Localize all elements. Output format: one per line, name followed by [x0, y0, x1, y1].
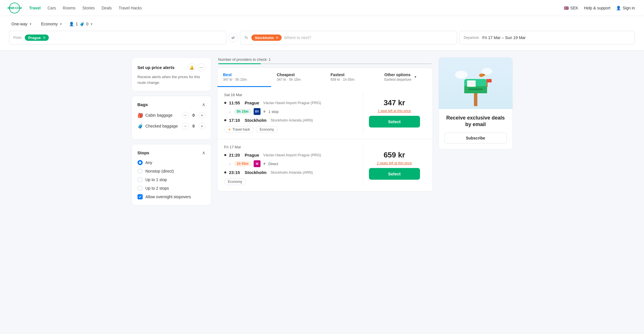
stops-option-2stops[interactable]: Up to 2 stops [138, 186, 205, 191]
bags-filter-title: Bags [138, 102, 148, 107]
flight-card: Sat 18 Mar 11:55 Prague Václav Havel Air… [217, 87, 433, 139]
checked-baggage-value: 0 [192, 124, 196, 128]
nav-items: Travel Cars Rooms Stories Deals Travel H… [29, 6, 142, 10]
help-support-link[interactable]: Help & support [584, 6, 611, 10]
price-seats[interactable]: 2 seats left at this price [377, 161, 412, 165]
providers-progress-fill [218, 63, 261, 64]
arrow-down-icon: ↓ [229, 109, 231, 114]
bags-filter-header[interactable]: Bags ∧ [138, 102, 205, 107]
sign-in-button[interactable]: 👤 Sign in [616, 6, 635, 10]
depart-segment: 11:55 Prague Václav Havel Airport Prague… [224, 100, 363, 105]
tab-best[interactable]: Best 347 kr · 5h 15m [217, 68, 271, 87]
arrive-city: Stockholm [245, 118, 267, 123]
flight-date: Sat 18 Mar [224, 93, 363, 97]
logo[interactable]: KIWI·COM [9, 3, 20, 13]
svg-rect-5 [469, 88, 483, 90]
price-alert-title: Set up price alerts [138, 65, 175, 70]
nav-item-stories[interactable]: Stories [82, 6, 95, 10]
departure-field[interactable]: Departure Fri 17 Mar – Sun 19 Mar [459, 31, 635, 44]
cabin-bag-icon: 🎒 [138, 113, 143, 118]
radio-indicator [138, 177, 143, 182]
cabin-class-dropdown[interactable]: Economy ▼ [39, 21, 64, 27]
checked-bag-icon: 🧳 [138, 124, 143, 129]
stops-option-any[interactable]: Any [138, 160, 205, 165]
search-inputs: From Prague ✕ ⇄ To Stockholm ✕ Where to … [9, 31, 635, 44]
currency-selector[interactable]: 🇬🇧 SEK [564, 6, 578, 10]
email-deals-title: Receive exclusive deals by email [445, 115, 507, 128]
remove-from-tag[interactable]: ✕ [43, 35, 46, 40]
nav-item-travel[interactable]: Travel [29, 6, 41, 10]
depart-time: 21:20 [229, 153, 242, 157]
stops-filter: Stops ∧ Any Nonstop (direct) Up to 1 sto… [132, 144, 211, 205]
price-panel: 659 kr 2 seats left at this price Select [363, 145, 426, 185]
nav-right: 🇬🇧 SEK Help & support 👤 Sign in [564, 6, 635, 10]
providers-progress-bar [218, 63, 432, 64]
direct-text: Direct [268, 162, 278, 166]
nav-item-travel-hacks[interactable]: Travel Hacks [119, 6, 142, 10]
search-options: One-way ▼ Economy ▼ 👤 1 🧳 0 ▼ [9, 21, 635, 27]
tab-cheapest[interactable]: Cheapest 347 kr · 5h 15m [271, 68, 325, 87]
flight-info: Fri 17 Mar 21:20 Prague Václav Havel Air… [224, 145, 363, 185]
segment-dot [224, 171, 226, 173]
center-content: Number of providers to check: 1 Best 347… [217, 57, 433, 210]
remove-to-tag[interactable]: ✕ [275, 35, 279, 40]
stops-text: 1 stop [268, 110, 278, 114]
chevron-down-icon: ▼ [59, 23, 62, 26]
depart-city: Prague [245, 153, 259, 157]
radio-indicator [138, 160, 143, 165]
economy-tag[interactable]: Economy [256, 126, 278, 133]
price-alert-header: Set up price alerts 🔔 ⋯ [138, 63, 205, 71]
email-deals-body: Receive exclusive deals by email Subscri… [439, 109, 512, 149]
checked-baggage-increment[interactable]: + [199, 123, 205, 129]
airline-logo-wizz: W [254, 160, 261, 167]
from-field[interactable]: From Prague ✕ [9, 31, 226, 44]
stops-option-1stop[interactable]: Up to 1 stop [138, 177, 205, 182]
checked-baggage-row: 🧳 Checked baggage − 0 + [138, 123, 205, 129]
trip-type-dropdown[interactable]: One-way ▼ [9, 21, 34, 27]
results-container: Sat 18 Mar 11:55 Prague Václav Havel Air… [217, 87, 433, 191]
checked-baggage-decrement[interactable]: − [182, 123, 189, 129]
select-button[interactable]: Select [369, 168, 420, 180]
more-options-button[interactable]: ⋯ [197, 63, 205, 71]
logo-circle: KIWI·COM [9, 3, 20, 13]
nav-item-deals[interactable]: Deals [102, 6, 112, 10]
providers-bar: Number of providers to check: 1 [217, 57, 433, 64]
cabin-baggage-increment[interactable]: + [199, 112, 205, 119]
swap-button[interactable]: ⇄ [229, 33, 238, 42]
plane-icon: ✈ [263, 161, 266, 166]
tab-other-options[interactable]: Other options Earliest departure ▼ [379, 68, 433, 87]
subscribe-button[interactable]: Subscribe [445, 133, 507, 143]
nav-item-cars[interactable]: Cars [47, 6, 56, 10]
flight-middle: ↓ 5h 15m RY ✈ 1 stop [224, 107, 363, 116]
bell-icon-button[interactable]: 🔔 [188, 63, 196, 71]
search-area: One-way ▼ Economy ▼ 👤 1 🧳 0 ▼ From Pragu… [0, 16, 644, 50]
flag-icon: 🇬🇧 [564, 6, 569, 10]
overnight-stopover-checkbox[interactable]: Allow overnight stopovers [138, 194, 205, 199]
email-deals-box: Receive exclusive deals by email Subscri… [439, 57, 513, 149]
chevron-down-icon: ▼ [414, 75, 417, 79]
travel-hack-tag[interactable]: ★ Travel hack [224, 126, 254, 133]
select-button[interactable]: Select [369, 116, 420, 127]
stops-option-nonstop[interactable]: Nonstop (direct) [138, 169, 205, 174]
account-icon: 👤 [616, 6, 621, 10]
airline-logo-ryanair: RY [254, 108, 261, 115]
chevron-up-icon: ∧ [202, 102, 205, 107]
flight-card: Fri 17 Mar 21:20 Prague Václav Havel Air… [217, 139, 433, 191]
economy-tag[interactable]: Economy [224, 178, 246, 185]
passengers-selector[interactable]: 👤 1 🧳 0 ▼ [69, 22, 93, 26]
navbar: KIWI·COM Travel Cars Rooms Stories Deals… [0, 0, 644, 16]
price-seats[interactable]: 1 seat left at this price [378, 109, 411, 113]
to-field[interactable]: To Stockholm ✕ Where to next? [240, 31, 457, 44]
arrive-airport: Stockholm Arlanda (ARN) [270, 118, 313, 122]
price-alert-text: Receive alerts when the prices for this … [138, 74, 205, 85]
arrive-segment: 23:15 Stockholm Stockholm Arlanda (ARN) [224, 170, 363, 175]
bags-filter: Bags ∧ 🎒 Cabin baggage − 0 + 🧳 Checked b… [132, 96, 211, 139]
star-icon: ★ [228, 127, 231, 131]
segment-dot [224, 102, 226, 104]
nav-item-rooms[interactable]: Rooms [63, 6, 75, 10]
cabin-baggage-decrement[interactable]: − [182, 112, 189, 119]
cabin-baggage-counter: − 0 + [182, 112, 205, 119]
cabin-baggage-label: Cabin baggage [146, 113, 173, 118]
stops-filter-header[interactable]: Stops ∧ [138, 150, 205, 155]
tab-fastest[interactable]: Fastest 659 kr · 1h 55m [325, 68, 379, 87]
